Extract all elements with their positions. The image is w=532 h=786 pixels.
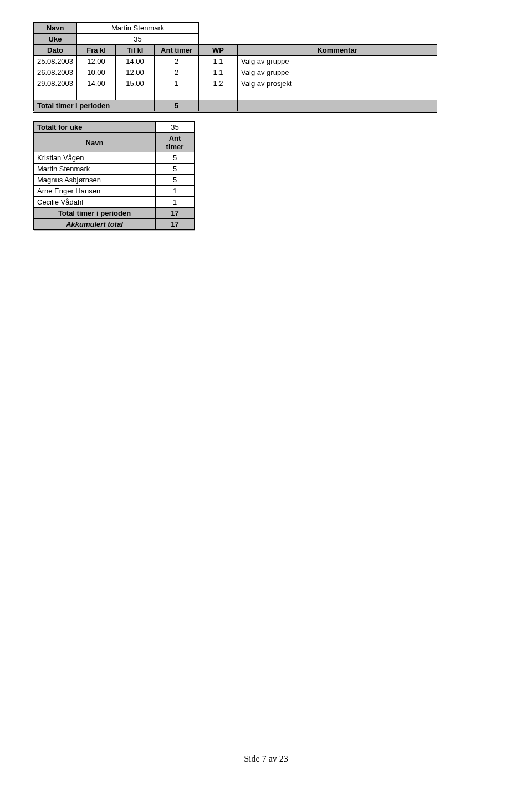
col-tilkl: Til kl	[116, 45, 155, 56]
total-label: Total timer i perioden	[34, 100, 155, 112]
label-navn: Navn	[34, 23, 77, 34]
table-row: Martin Stenmark 5	[34, 164, 195, 175]
table-row: 25.08.2003 12.00 14.00 2 1.1 Valg av gru…	[34, 56, 437, 67]
summary-akkum-row: Akkumulert total 17	[34, 219, 195, 231]
summary-akkum-label: Akkumulert total	[34, 219, 156, 231]
table-row: Magnus Asbjørnsen 5	[34, 175, 195, 186]
summary-table: Totalt for uke 35 Navn Ant timer Kristia…	[33, 121, 195, 231]
summary-total-row: Total timer i perioden 17	[34, 208, 195, 219]
col-frakl: Fra kl	[77, 45, 116, 56]
summary-total-value: 17	[156, 208, 195, 219]
summary-akkum-value: 17	[156, 219, 195, 231]
table-row: 26.08.2003 10.00 12.00 2 1.1 Valg av gru…	[34, 67, 437, 78]
total-row: Total timer i perioden 5	[34, 100, 437, 112]
total-value: 5	[155, 100, 199, 112]
table-row: Kristian Vågen 5	[34, 152, 195, 164]
label-uke: Uke	[34, 34, 77, 45]
col-navn: Navn	[34, 133, 156, 152]
table-row: Arne Enger Hansen 1	[34, 186, 195, 197]
col-dato: Dato	[34, 45, 77, 56]
summary-title-label: Totalt for uke	[34, 122, 156, 133]
summary-title-value: 35	[156, 122, 195, 133]
value-uke: 35	[77, 34, 199, 45]
table-row: 29.08.2003 14.00 15.00 1 1.2 Valg av pro…	[34, 78, 437, 89]
timesheet-table: Navn Martin Stenmark Uke 35 Dato Fra kl …	[33, 22, 437, 113]
empty-row	[34, 89, 437, 100]
col-wp: WP	[199, 45, 238, 56]
col-ant-timer: Ant timer	[156, 133, 195, 152]
col-kommentar: Kommentar	[238, 45, 437, 56]
value-navn: Martin Stenmark	[77, 23, 199, 34]
summary-total-label: Total timer i perioden	[34, 208, 156, 219]
table-row: Cecilie Vådahl 1	[34, 197, 195, 208]
page-footer: Side 7 av 23	[0, 754, 532, 764]
col-anttimer: Ant timer	[155, 45, 199, 56]
